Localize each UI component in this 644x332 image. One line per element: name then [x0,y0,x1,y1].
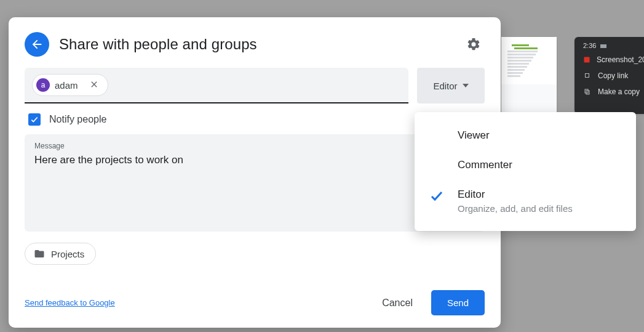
avatar: a [36,78,50,92]
back-button[interactable] [25,32,49,57]
copy-icon [583,87,592,96]
message-label: Message [34,142,475,150]
cancel-button[interactable]: Cancel [371,291,424,315]
dialog-header: Share with people and groups [25,32,485,57]
bg-context-menu: 2:36 Screenshot_20 Copy link Make a copy [574,37,644,114]
close-icon [89,79,99,89]
settings-button[interactable] [463,33,485,55]
bg-menu-row: Screenshot_20 [574,52,644,68]
bg-menu-row: Make a copy [574,84,644,100]
bg-menu-row: Copy link [574,68,644,84]
role-dropdown-menu: Viewer Commenter Editor Organize, add, a… [415,112,636,231]
people-input[interactable]: a adam [25,68,408,103]
people-row: a adam Editor [25,68,485,103]
role-dropdown-button[interactable]: Editor [417,68,485,103]
gear-icon [466,37,481,52]
menu-item-viewer[interactable]: Viewer [415,121,636,150]
check-icon [30,115,39,124]
attachment-chip[interactable]: Projects [25,243,96,265]
dialog-title: Share with people and groups [59,36,453,53]
chevron-down-icon [463,84,469,87]
dialog-footer: Send feedback to Google Cancel Send [25,280,485,315]
menu-item-editor[interactable]: Editor Organize, add, and edit files [415,180,636,222]
notify-label: Notify people [49,114,106,125]
role-label: Editor [433,81,457,91]
arrow-left-icon [30,38,44,51]
chip-name: adam [55,80,78,91]
chip-remove-button[interactable] [87,79,101,91]
menu-item-label: Commenter [458,159,621,171]
svg-rect-1 [586,74,589,78]
message-textarea[interactable] [34,154,475,179]
bg-status-time: 2:36 [574,37,644,52]
bg-thumbnail-card [501,37,557,123]
send-button[interactable]: Send [431,290,485,315]
attachment-row: Projects [25,243,485,265]
menu-item-label: Viewer [458,129,621,142]
check-icon [429,188,458,203]
svg-rect-0 [584,57,590,63]
notify-checkbox[interactable] [28,113,41,126]
feedback-link[interactable]: Send feedback to Google [25,298,115,307]
person-chip[interactable]: a adam [32,74,108,96]
attachment-name: Projects [51,249,84,259]
link-icon [583,71,592,80]
folder-icon [34,248,45,259]
menu-item-commenter[interactable]: Commenter [415,150,636,180]
menu-item-label: Editor [458,188,621,201]
image-icon [583,55,590,64]
menu-item-sublabel: Organize, add, and edit files [458,203,621,214]
gantt-thumbnail [501,37,557,84]
